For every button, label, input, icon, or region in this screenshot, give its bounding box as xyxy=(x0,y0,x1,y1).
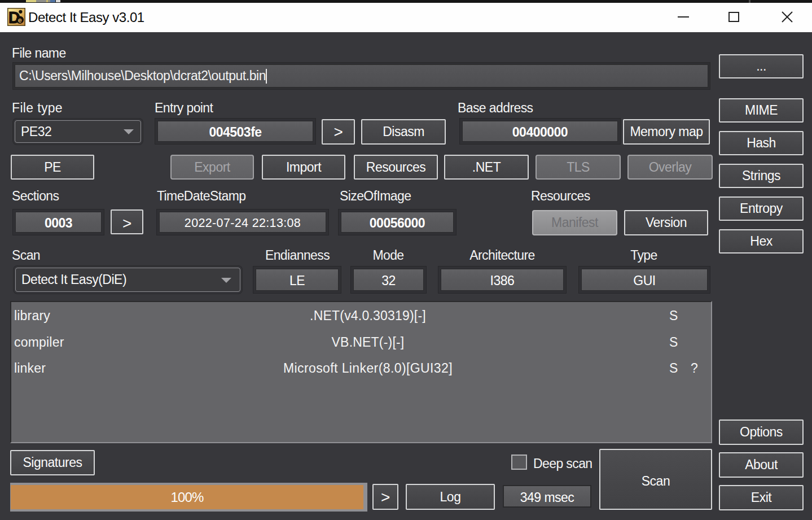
svg-text:e: e xyxy=(18,16,22,24)
